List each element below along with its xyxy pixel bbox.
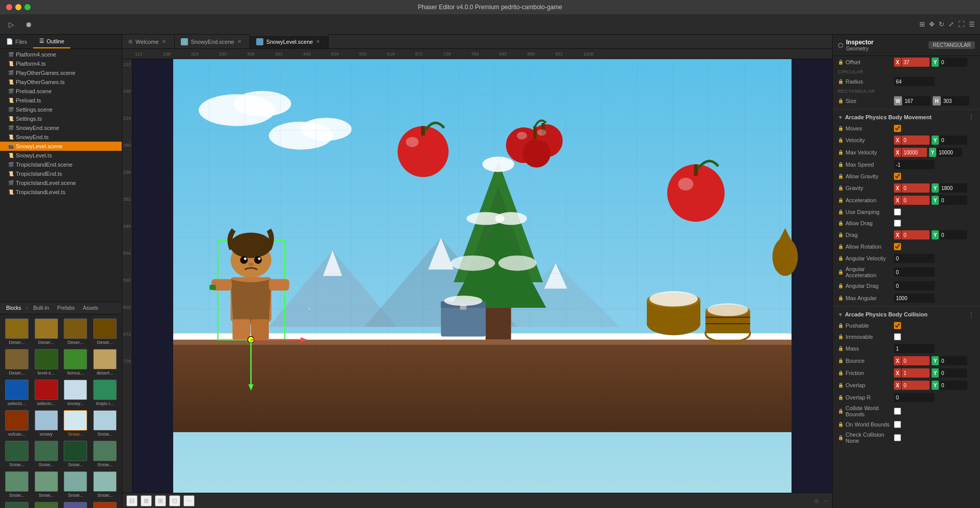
list-item[interactable]: tropic-i...: [33, 501, 60, 508]
list-item[interactable]: Snow...: [3, 470, 31, 499]
collision-section-header[interactable]: ▼ Arcade Physics Body Collision ⋮: [833, 309, 980, 320]
max-velocity-x-input[interactable]: [902, 148, 927, 157]
list-item[interactable]: snowy...: [62, 379, 90, 407]
file-item[interactable]: 📜SnowyEnd.ts: [0, 132, 122, 142]
file-item[interactable]: 🎬PlayOtherGames.scene: [0, 68, 122, 77]
list-item[interactable]: Snow...: [62, 440, 90, 468]
list-item[interactable]: snowy: [33, 409, 60, 438]
toolbar-rotate-icon[interactable]: ↻: [939, 20, 944, 28]
collide-world-bounds-checkbox[interactable]: [894, 408, 901, 415]
overlap-r-input[interactable]: [894, 393, 935, 402]
file-item[interactable]: 🎬Settings.scene: [0, 105, 122, 114]
accel-y-input[interactable]: [939, 196, 967, 205]
allow-gravity-checkbox[interactable]: [894, 173, 901, 180]
movement-section-header[interactable]: ▼ Arcade Physics Body Movement ⋮: [833, 112, 980, 123]
list-item[interactable]: volcano: [91, 501, 119, 508]
list-item[interactable]: ui: [62, 501, 90, 508]
moves-checkbox[interactable]: [894, 125, 901, 132]
sidebar-tab-files[interactable]: 📄 Files: [0, 35, 33, 48]
list-item[interactable]: Deser...: [33, 317, 60, 346]
toolbar-menu-icon[interactable]: ☰: [969, 20, 975, 28]
maximize-button[interactable]: [24, 4, 31, 10]
immovable-checkbox[interactable]: [894, 333, 901, 340]
angular-velocity-input[interactable]: [894, 254, 935, 263]
drag-y-input[interactable]: [939, 230, 967, 239]
check-collision-none-checkbox[interactable]: [894, 434, 901, 441]
asset-tab-assets[interactable]: Assets: [80, 304, 101, 312]
sidebar-tab-outline[interactable]: ☰ Outline: [33, 35, 70, 48]
minimize-button[interactable]: [15, 4, 21, 10]
list-item[interactable]: level-s...: [33, 348, 60, 377]
list-item[interactable]: Snow...: [33, 440, 60, 468]
tab-welcome-close[interactable]: ✕: [162, 39, 168, 45]
bottom-align-left[interactable]: ⊟: [126, 495, 138, 506]
list-item[interactable]: Deser...: [91, 317, 119, 346]
pushable-checkbox[interactable]: [894, 322, 901, 329]
list-item[interactable]: Snow...: [62, 409, 90, 438]
friction-y-input[interactable]: [939, 368, 967, 378]
drag-x-input[interactable]: [902, 230, 930, 239]
tab-snowy-level-close[interactable]: ✕: [316, 39, 322, 45]
list-item[interactable]: Snow...: [62, 470, 90, 499]
asset-tab-blocks[interactable]: Blocks: [3, 304, 24, 312]
tab-snowy-end-close[interactable]: ✕: [237, 39, 243, 45]
velocity-y-input[interactable]: [939, 136, 967, 145]
max-speed-input[interactable]: [894, 160, 935, 169]
list-item[interactable]: Deser...: [3, 348, 31, 377]
file-item-snowy-level[interactable]: 🎬SnowyLevel.scene: [0, 142, 122, 151]
allow-rotation-checkbox[interactable]: [894, 243, 901, 250]
tab-snowy-level[interactable]: SnowyLevel.scene ✕: [250, 35, 329, 48]
tab-snowy-end[interactable]: SnowyEnd.scene ✕: [175, 35, 250, 48]
rectangular-button[interactable]: RECTANGULAR: [929, 41, 975, 49]
friction-x-input[interactable]: [902, 368, 930, 378]
on-world-bounds-checkbox[interactable]: [894, 421, 901, 428]
file-item[interactable]: 🎬SnowyEnd.scene: [0, 123, 122, 132]
mass-input[interactable]: [894, 344, 935, 353]
collision-menu[interactable]: ⋮: [968, 310, 975, 318]
gravity-y-input[interactable]: [939, 183, 967, 193]
close-button[interactable]: [6, 4, 12, 10]
velocity-x-input[interactable]: [902, 136, 930, 145]
max-angular-input[interactable]: [894, 293, 935, 303]
toolbar-move-icon[interactable]: ✥: [929, 20, 935, 28]
angular-acceleration-input[interactable]: [894, 268, 935, 277]
list-item[interactable]: Snow...: [91, 409, 119, 438]
file-item[interactable]: 📜TropicIslandEnd.ts: [0, 169, 122, 178]
file-item[interactable]: 📜PlayOtherGames.ts: [0, 77, 122, 87]
toolbar-fullscreen-icon[interactable]: ⛶: [958, 20, 965, 28]
list-item[interactable]: tropic-i...: [91, 379, 119, 407]
canvas-viewport[interactable]: ✦ ✦ ✦: [132, 59, 832, 493]
bottom-align-right[interactable]: ⊞: [155, 495, 166, 506]
list-item[interactable]: bonus...: [62, 348, 90, 377]
list-item[interactable]: selecto...: [33, 379, 60, 407]
asset-tab-prefabs[interactable]: Prefabs: [54, 304, 77, 312]
list-item[interactable]: Snow...: [3, 501, 31, 508]
list-item[interactable]: volcan...: [3, 409, 31, 438]
bottom-distribute[interactable]: ⊡: [169, 495, 180, 506]
overlap-x-input[interactable]: [902, 381, 930, 390]
toolbar-scale-icon[interactable]: ⤢: [948, 20, 954, 28]
bounce-y-input[interactable]: [939, 356, 967, 365]
list-item[interactable]: Snow...: [33, 470, 60, 499]
size-w-input[interactable]: [903, 96, 931, 105]
file-item[interactable]: 🎬TropicIslandLevel.scene: [0, 178, 122, 188]
file-item[interactable]: 🎬Platform4.scene: [0, 50, 122, 59]
file-item[interactable]: 📜SnowyLevel.ts: [0, 151, 122, 160]
list-item[interactable]: Deser...: [3, 317, 31, 346]
file-item[interactable]: 📜Platform4.ts: [0, 59, 122, 68]
overlap-y-input[interactable]: [939, 381, 967, 390]
list-item[interactable]: Snow...: [91, 470, 119, 499]
use-damping-checkbox[interactable]: [894, 208, 901, 216]
file-item[interactable]: 📜TropicIslandLevel.ts: [0, 188, 122, 197]
list-item[interactable]: desert...: [91, 348, 119, 377]
accel-x-input[interactable]: [902, 196, 930, 205]
list-item[interactable]: Deser...: [62, 317, 90, 346]
file-item[interactable]: 🎬TropicIslandEnd.scene: [0, 160, 122, 169]
asset-tab-builtin[interactable]: Built-In: [30, 304, 52, 312]
bottom-align-center[interactable]: ⊠: [141, 495, 152, 506]
offset-x-input[interactable]: [902, 58, 930, 67]
file-item[interactable]: 🎬Preload.scene: [0, 87, 122, 96]
list-item[interactable]: Snow...: [91, 440, 119, 468]
offset-y-input[interactable]: [939, 58, 967, 67]
list-item[interactable]: Snow...: [3, 440, 31, 468]
